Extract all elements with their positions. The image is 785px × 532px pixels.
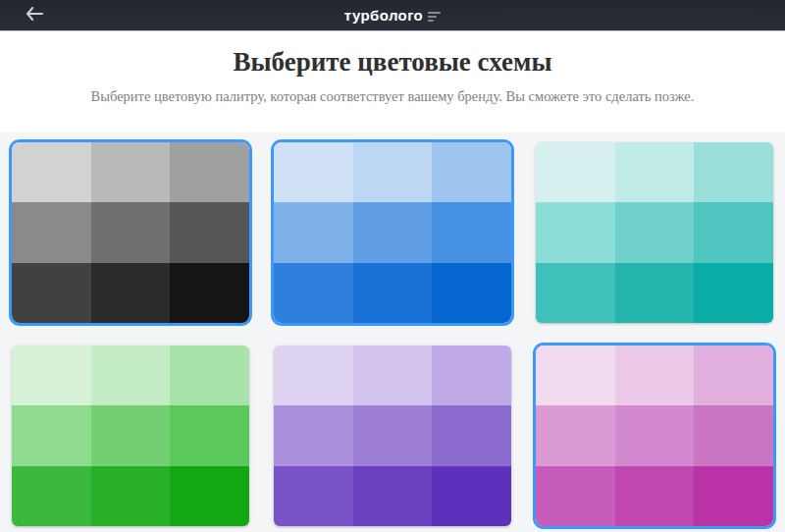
color-swatch — [536, 346, 615, 405]
color-swatch — [353, 202, 433, 262]
color-swatch — [536, 405, 615, 465]
color-swatch — [694, 346, 773, 405]
color-swatch — [432, 405, 511, 465]
color-swatch — [432, 263, 511, 323]
logo: турболого — [344, 7, 441, 24]
page-title: Выберите цветовые схемы — [0, 44, 785, 80]
color-swatch — [12, 142, 91, 202]
color-swatch — [170, 405, 249, 465]
color-swatch — [615, 263, 695, 323]
color-swatch — [91, 466, 171, 526]
color-swatch — [274, 346, 353, 405]
color-swatch — [170, 466, 249, 526]
color-swatch — [170, 263, 249, 323]
color-swatch — [274, 202, 353, 262]
palette-grid — [12, 142, 773, 526]
color-swatch — [91, 346, 171, 405]
hero-section: Выберите цветовые схемы Выберите цветову… — [0, 31, 785, 133]
color-swatch — [91, 202, 171, 262]
color-swatch — [274, 405, 353, 465]
color-swatch — [274, 466, 353, 526]
color-swatch — [432, 142, 511, 202]
color-swatch — [536, 263, 615, 323]
color-swatch — [536, 466, 615, 526]
color-swatch — [274, 263, 353, 323]
color-swatch — [91, 263, 171, 323]
back-button[interactable] — [18, 0, 51, 30]
arrow-left-icon — [26, 7, 43, 25]
palette-card-grayscale[interactable] — [12, 142, 249, 323]
color-swatch — [536, 142, 615, 202]
color-swatch — [353, 142, 433, 202]
color-swatch — [274, 142, 353, 202]
color-swatch — [432, 346, 511, 405]
color-swatch — [170, 346, 249, 405]
palette-card-green[interactable] — [12, 346, 249, 526]
palette-card-purple[interactable] — [274, 346, 511, 526]
app-header: турболого — [0, 0, 785, 31]
color-swatch — [12, 405, 91, 465]
palette-card-blue[interactable] — [274, 142, 511, 323]
color-swatch — [170, 202, 249, 262]
color-swatch — [694, 202, 773, 262]
color-swatch — [12, 466, 91, 526]
color-swatch — [694, 405, 773, 465]
page-subtitle: Выберите цветовую палитру, которая соотв… — [0, 88, 785, 105]
palette-section — [0, 133, 785, 532]
color-swatch — [694, 142, 773, 202]
color-swatch — [536, 202, 615, 262]
color-swatch — [694, 466, 773, 526]
color-swatch — [353, 466, 433, 526]
color-swatch — [353, 263, 433, 323]
color-swatch — [615, 202, 695, 262]
color-swatch — [432, 466, 511, 526]
palette-card-pink[interactable] — [536, 346, 773, 526]
color-swatch — [615, 405, 695, 465]
speed-lines-icon — [428, 12, 441, 22]
color-swatch — [12, 263, 91, 323]
color-swatch — [12, 202, 91, 262]
palette-card-teal[interactable] — [536, 142, 773, 323]
color-swatch — [353, 346, 433, 405]
color-swatch — [615, 346, 695, 405]
color-swatch — [694, 263, 773, 323]
color-swatch — [91, 142, 171, 202]
color-swatch — [91, 405, 171, 465]
color-swatch — [615, 466, 695, 526]
color-swatch — [353, 405, 433, 465]
color-swatch — [12, 346, 91, 405]
color-swatch — [170, 142, 249, 202]
logo-text: турболого — [344, 7, 423, 24]
color-swatch — [615, 142, 695, 202]
color-swatch — [432, 202, 511, 262]
